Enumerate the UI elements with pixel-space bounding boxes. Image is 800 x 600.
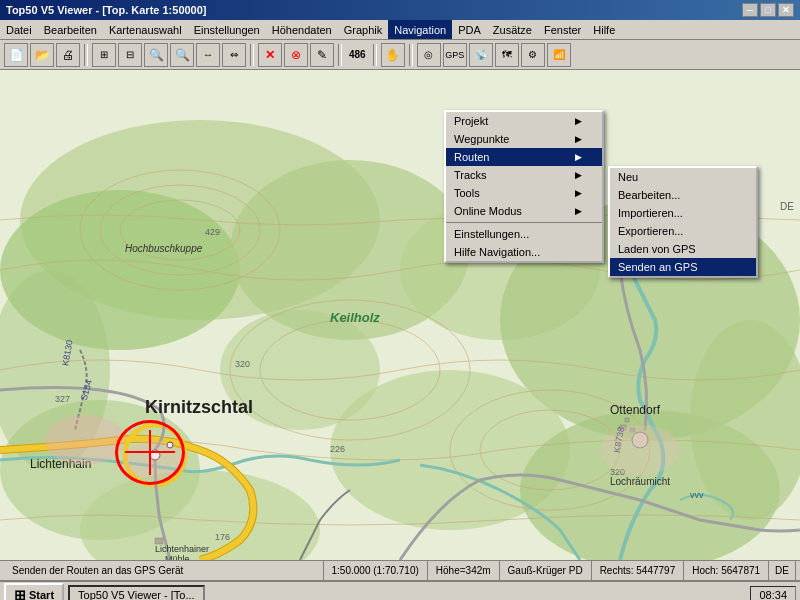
navigation-dropdown: Projekt ▶ Wegpunkte ▶ Routen ▶ Tracks ▶ … bbox=[444, 110, 604, 263]
maximize-button[interactable]: □ bbox=[760, 3, 776, 17]
toolbar-gps3[interactable]: 📡 bbox=[469, 43, 493, 67]
toolbar-open[interactable]: 📂 bbox=[30, 43, 54, 67]
status-message: Senden der Routen an das GPS Gerät bbox=[4, 561, 324, 580]
menu-graphik[interactable]: Graphik bbox=[338, 20, 389, 39]
svg-text:327: 327 bbox=[55, 394, 70, 404]
toolbar-btn9[interactable]: ✎ bbox=[310, 43, 334, 67]
title-bar: Top50 V5 Viewer - [Top. Karte 1:50000] ─… bbox=[0, 0, 800, 20]
toolbar-btn2[interactable]: ⊟ bbox=[118, 43, 142, 67]
menu-zusaetze[interactable]: Zusätze bbox=[487, 20, 538, 39]
routen-senden-gps[interactable]: Senden an GPS bbox=[610, 258, 756, 276]
menu-kartenauswahl[interactable]: Kartenauswahl bbox=[103, 20, 188, 39]
toolbar-hand[interactable]: ✋ bbox=[381, 43, 405, 67]
taskbar-app-top50[interactable]: Top50 V5 Viewer - [To... bbox=[68, 585, 205, 600]
svg-rect-27 bbox=[625, 418, 629, 422]
routen-neu[interactable]: Neu bbox=[610, 168, 756, 186]
menu-einstellungen[interactable]: Einstellungen bbox=[188, 20, 266, 39]
status-coord: Gauß-Krüger PD bbox=[500, 561, 592, 580]
menu-navigation[interactable]: Navigation bbox=[388, 20, 452, 39]
start-button[interactable]: ⊞ Start bbox=[4, 583, 64, 600]
toolbar-print[interactable]: 🖨 bbox=[56, 43, 80, 67]
routen-bearbeiten[interactable]: Bearbeiten... bbox=[610, 186, 756, 204]
chevron-right-icon: ▶ bbox=[575, 116, 582, 126]
routen-exportieren[interactable]: Exportieren... bbox=[610, 222, 756, 240]
menu-bar: Datei Bearbeiten Kartenauswahl Einstellu… bbox=[0, 20, 800, 40]
svg-text:176: 176 bbox=[215, 532, 230, 542]
taskbar: ⊞ Start Top50 V5 Viewer - [To... 08:34 bbox=[0, 580, 800, 600]
toolbar-scale: 486 bbox=[346, 49, 369, 60]
toolbar-sep-1 bbox=[84, 44, 88, 66]
windows-icon: ⊞ bbox=[14, 587, 26, 600]
menu-pda[interactable]: PDA bbox=[452, 20, 487, 39]
toolbar-gps4[interactable]: 🗺 bbox=[495, 43, 519, 67]
toolbar-btn1[interactable]: ⊞ bbox=[92, 43, 116, 67]
status-hoehe: Höhe=342m bbox=[428, 561, 500, 580]
menu-hilfe[interactable]: Hilfe bbox=[587, 20, 621, 39]
toolbar-sep-2 bbox=[250, 44, 254, 66]
svg-text:320: 320 bbox=[235, 359, 250, 369]
routen-laden-gps[interactable]: Laden von GPS bbox=[610, 240, 756, 258]
toolbar: 📄 📂 🖨 ⊞ ⊟ 🔍 🔍 ↔ ⇔ ✕ ⊗ ✎ 486 ✋ ◎ GPS 📡 🗺 … bbox=[0, 40, 800, 70]
crosshair-marker bbox=[115, 420, 185, 485]
status-scale: 1:50.000 (1:70.710) bbox=[324, 561, 428, 580]
chevron-right-icon: ▶ bbox=[575, 134, 582, 144]
svg-text:Lochräumicht: Lochräumicht bbox=[610, 476, 670, 487]
nav-hilfe[interactable]: Hilfe Navigation... bbox=[446, 243, 602, 261]
nav-tracks[interactable]: Tracks ▶ bbox=[446, 166, 602, 184]
country-flag: DE bbox=[775, 565, 789, 576]
svg-text:Lichtenhainer: Lichtenhainer bbox=[155, 544, 209, 554]
nav-einstellungen[interactable]: Einstellungen... bbox=[446, 225, 602, 243]
nav-online-modus[interactable]: Online Modus ▶ bbox=[446, 202, 602, 220]
toolbar-sep-4 bbox=[373, 44, 377, 66]
status-flag: DE bbox=[769, 561, 796, 580]
toolbar-btn5[interactable]: ↔ bbox=[196, 43, 220, 67]
svg-text:Mühle: Mühle bbox=[165, 554, 190, 560]
taskbar-clock: 08:34 bbox=[750, 586, 796, 600]
menu-bearbeiten[interactable]: Bearbeiten bbox=[38, 20, 103, 39]
status-bar: Senden der Routen an das GPS Gerät 1:50.… bbox=[0, 560, 800, 580]
nav-tools[interactable]: Tools ▶ bbox=[446, 184, 602, 202]
svg-point-50 bbox=[600, 425, 680, 475]
nav-projekt[interactable]: Projekt ▶ bbox=[446, 112, 602, 130]
svg-text:Keilholz: Keilholz bbox=[330, 310, 380, 325]
status-rechts: Rechts: 5447797 bbox=[592, 561, 685, 580]
status-hoch: Hoch: 5647871 bbox=[684, 561, 769, 580]
svg-text:vvv: vvv bbox=[690, 490, 704, 500]
menu-separator bbox=[446, 222, 602, 223]
close-button[interactable]: ✕ bbox=[778, 3, 794, 17]
svg-point-48 bbox=[45, 415, 125, 465]
map-area[interactable]: vvv Hochbuschkuppe Keilholz Kirnitzscht bbox=[0, 70, 800, 560]
toolbar-btn7[interactable]: ✕ bbox=[258, 43, 282, 67]
toolbar-sep-3 bbox=[338, 44, 342, 66]
minimize-button[interactable]: ─ bbox=[742, 3, 758, 17]
toolbar-btn6[interactable]: ⇔ bbox=[222, 43, 246, 67]
svg-text:Hochbuschkuppe: Hochbuschkuppe bbox=[125, 243, 203, 254]
map-svg: vvv Hochbuschkuppe Keilholz Kirnitzscht bbox=[0, 70, 800, 560]
svg-text:429: 429 bbox=[205, 227, 220, 237]
menu-hoehendaten[interactable]: Höhendaten bbox=[266, 20, 338, 39]
toolbar-sep-5 bbox=[409, 44, 413, 66]
chevron-right-icon: ▶ bbox=[575, 188, 582, 198]
routen-importieren[interactable]: Importieren... bbox=[610, 204, 756, 222]
svg-text:226: 226 bbox=[330, 444, 345, 454]
toolbar-gps1[interactable]: ◎ bbox=[417, 43, 441, 67]
toolbar-gps5[interactable]: ⚙ bbox=[521, 43, 545, 67]
app-title: Top50 V5 Viewer - [Top. Karte 1:50000] bbox=[6, 4, 207, 16]
nav-wegpunkte[interactable]: Wegpunkte ▶ bbox=[446, 130, 602, 148]
menu-fenster[interactable]: Fenster bbox=[538, 20, 587, 39]
menu-datei[interactable]: Datei bbox=[0, 20, 38, 39]
toolbar-new[interactable]: 📄 bbox=[4, 43, 28, 67]
toolbar-btn8[interactable]: ⊗ bbox=[284, 43, 308, 67]
toolbar-gps2[interactable]: GPS bbox=[443, 43, 467, 67]
toolbar-btn3[interactable]: 🔍 bbox=[144, 43, 168, 67]
title-bar-controls: ─ □ ✕ bbox=[742, 3, 794, 17]
svg-text:Ottendorf: Ottendorf bbox=[610, 403, 661, 417]
chevron-right-icon: ▶ bbox=[575, 170, 582, 180]
routen-submenu: Neu Bearbeiten... Importieren... Exporti… bbox=[608, 166, 758, 278]
toolbar-gps6[interactable]: 📶 bbox=[547, 43, 571, 67]
start-label: Start bbox=[29, 589, 54, 600]
toolbar-btn4[interactable]: 🔍 bbox=[170, 43, 194, 67]
svg-text:DE: DE bbox=[780, 201, 794, 212]
nav-routen[interactable]: Routen ▶ bbox=[446, 148, 602, 166]
chevron-right-icon: ▶ bbox=[575, 152, 582, 162]
